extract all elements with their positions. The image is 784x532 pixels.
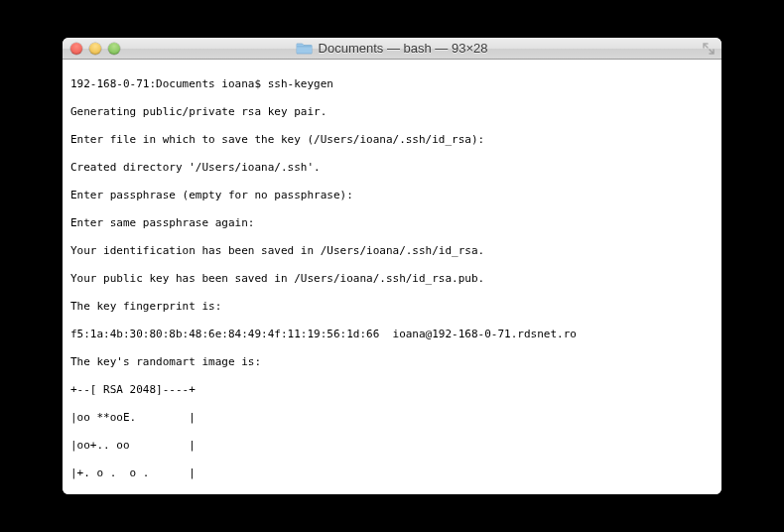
terminal-line: Enter same passphrase again: [70,216,714,230]
traffic-lights [70,43,120,55]
folder-icon [297,42,313,55]
terminal-line: Your public key has been saved in /Users… [70,272,714,286]
window-title: Documents — bash — 93×28 [319,41,488,56]
terminal-line: The key's randomart image is: [70,355,714,369]
terminal-output[interactable]: 192-168-0-71:Documents ioana$ ssh-keygen… [63,60,721,494]
terminal-line: The key fingerprint is: [70,300,714,314]
minimize-icon[interactable] [89,43,101,55]
terminal-line: Enter passphrase (empty for no passphras… [70,189,714,202]
terminal-line: |oo+.. oo | [70,439,714,453]
terminal-line: |+. o . o . | [70,466,714,480]
titlebar[interactable]: Documents — bash — 93×28 [63,38,721,60]
fullscreen-icon[interactable] [702,42,716,56]
terminal-line: +--[ RSA 2048]----+ [70,383,714,397]
terminal-window: Documents — bash — 93×28 192-168-0-71:Do… [63,38,721,494]
terminal-line: Created directory '/Users/ioana/.ssh'. [70,161,714,175]
terminal-line: 192-168-0-71:Documents ioana$ ssh-keygen [70,77,714,91]
window-title-group: Documents — bash — 93×28 [297,41,488,56]
terminal-line: |oo **ooE. | [70,411,714,425]
terminal-line: Enter file in which to save the key (/Us… [70,133,714,147]
close-icon[interactable] [70,43,82,55]
terminal-line: Your identification has been saved in /U… [70,244,714,258]
zoom-icon[interactable] [108,43,120,55]
terminal-line: f5:1a:4b:30:80:8b:48:6e:84:49:4f:11:19:5… [70,328,714,341]
terminal-line: Generating public/private rsa key pair. [70,105,714,119]
